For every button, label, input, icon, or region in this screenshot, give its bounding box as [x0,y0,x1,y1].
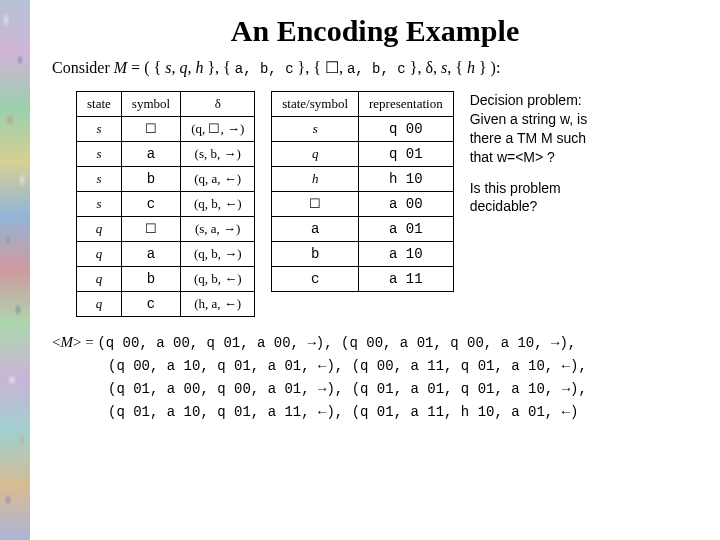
table-row: qa(q, b, →) [77,242,255,267]
table-row: ca 11 [272,267,453,292]
representation-table: state/symbol representation sq 00 qq 01 … [271,91,453,292]
slide-body: An Encoding Example Consider M = ( { s, … [30,0,720,540]
table-row: sq 00 [272,117,453,142]
encoding-output: <M> = (q 00, a 00, q 01, a 00, →), (q 00… [52,331,702,423]
m-line-2: (q 00, a 10, q 01, a 01, ←), (q 00, a 11… [108,358,587,374]
table-row: qc(h, a, ←) [77,292,255,317]
decorative-strip [0,0,30,540]
m-line-1: (q 00, a 00, q 01, a 00, →), (q 00, a 01… [97,335,576,351]
question-block: Decision problem: Given a string w, is t… [470,91,600,228]
m-line-4: (q 01, a 10, q 01, a 11, ←), (q 01, a 11… [108,404,578,420]
table-row: q☐(s, a, →) [77,217,255,242]
table-row: sa(s, b, →) [77,142,255,167]
decidable-question: Is this problem decidable? [470,179,600,217]
delta-table: state symbol δ s☐(q, ☐, →) sa(s, b, →) s… [76,91,255,317]
table-row: ba 10 [272,242,453,267]
m-line-3: (q 01, a 00, q 00, a 01, →), (q 01, a 01… [108,381,587,397]
table-row: ☐a 00 [272,192,453,217]
col-symbol: symbol [121,92,180,117]
col-state: state [77,92,122,117]
table-row: s☐(q, ☐, →) [77,117,255,142]
page-title: An Encoding Example [48,14,702,48]
table-row: sc(q, b, ←) [77,192,255,217]
table-row: hh 10 [272,167,453,192]
table-row: aa 01 [272,217,453,242]
col-delta: δ [181,92,255,117]
table-row: qq 01 [272,142,453,167]
col-statesym: state/symbol [272,92,359,117]
definition-line: Consider M = ( { s, q, h }, { a, b, c },… [52,58,702,77]
decision-problem: Decision problem: Given a string w, is t… [470,91,600,167]
table-row: sb(q, a, ←) [77,167,255,192]
table-row: qb(q, b, ←) [77,267,255,292]
col-rep: representation [359,92,454,117]
